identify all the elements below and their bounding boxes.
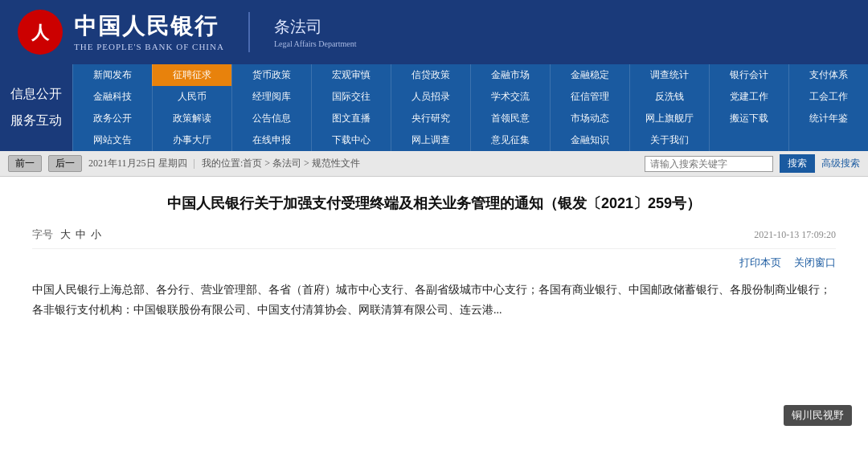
logo-area: 人 中国人民银行 THE PEOPLE'S BANK OF CHINA 条法司 … — [16, 8, 356, 56]
nav-item-empty2 — [788, 129, 868, 151]
nav-item-统计年[interactable]: 统计年鉴 — [788, 108, 868, 129]
nav-item-搬运[interactable]: 搬运下载 — [709, 108, 788, 129]
nav-item-金融稳定[interactable]: 金融稳定 — [550, 64, 629, 86]
nav-item-empty1 — [709, 129, 788, 151]
dept-name-english: Legal Affairs Department — [274, 39, 357, 48]
next-button[interactable]: 后一 — [48, 155, 82, 172]
nav-item-征聘[interactable]: 征聘征求 — [152, 64, 231, 86]
bank-name-english: THE PEOPLE'S BANK OF CHINA — [74, 42, 224, 51]
article-date: 2021-10-13 17:09:20 — [754, 229, 836, 241]
nav-left-panel: 信息公开 服务互动 — [0, 64, 72, 151]
nav-bar: 信息公开 服务互动 新闻发布 征聘征求 货币政策 宏观审慎 信贷政策 金融市场 … — [0, 64, 868, 151]
nav-item-金融科技[interactable]: 金融科技 — [72, 86, 152, 108]
header-text-block: 中国人民银行 THE PEOPLE'S BANK OF CHINA — [74, 13, 224, 51]
nav-item-人员[interactable]: 人员招录 — [391, 86, 470, 108]
nav-item-宏观[interactable]: 宏观审慎 — [311, 64, 391, 86]
advanced-search-link[interactable]: 高级搜索 — [821, 157, 860, 170]
font-size-medium[interactable]: 中 — [76, 227, 86, 242]
nav-item-征信[interactable]: 征信管理 — [550, 86, 629, 108]
nav-info-public[interactable]: 信息公开 — [1, 81, 72, 108]
article-meta: 字号 大 中 小 2021-10-13 17:09:20 — [32, 227, 836, 249]
nav-item-关于[interactable]: 关于我们 — [629, 129, 709, 151]
toolbar: 前一 后一 2021年11月25日 星期四 | 我的位置:首页 > 条法司 > … — [0, 151, 868, 177]
nav-item-政务[interactable]: 政务公开 — [72, 108, 152, 129]
nav-item-调查统计[interactable]: 调查统计 — [629, 64, 709, 86]
toolbar-separator: | — [194, 158, 195, 170]
nav-item-在线[interactable]: 在线申报 — [231, 129, 311, 151]
nav-item-news[interactable]: 新闻发布 — [72, 64, 152, 86]
nav-item-公告[interactable]: 公告信息 — [231, 108, 311, 129]
nav-service-interact[interactable]: 服务互动 — [1, 108, 72, 134]
nav-item-货币[interactable]: 货币政策 — [231, 64, 311, 86]
bank-name-chinese: 中国人民银行 — [74, 13, 224, 40]
toolbar-date: 2021年11月25日 星期四 — [88, 157, 187, 170]
prev-button[interactable]: 前一 — [8, 155, 42, 172]
dept-name-chinese: 条法司 — [274, 16, 357, 38]
font-size-large[interactable]: 大 — [60, 227, 71, 242]
svg-text:人: 人 — [31, 22, 50, 43]
main-content: 中国人民银行关于加强支付受理终端及相关业务管理的通知（银发〔2021〕259号）… — [0, 177, 868, 336]
nav-item-首领[interactable]: 首领民意 — [470, 108, 550, 129]
breadcrumb: 我的位置:首页 > 条法司 > 规范性文件 — [202, 157, 360, 170]
watermark: 铜川民视野 — [784, 405, 852, 426]
nav-item-经理[interactable]: 经理阅库 — [231, 86, 311, 108]
nav-grid: 新闻发布 征聘征求 货币政策 宏观审慎 信贷政策 金融市场 金融稳定 调查统计 … — [72, 64, 868, 151]
article-title: 中国人民银行关于加强支付受理终端及相关业务管理的通知（银发〔2021〕259号） — [32, 193, 836, 215]
nav-item-网站[interactable]: 网站文告 — [72, 129, 152, 151]
article-actions: 打印本页 关闭窗口 — [32, 256, 836, 270]
nav-item-国际[interactable]: 国际交往 — [311, 86, 391, 108]
nav-item-反洗钱[interactable]: 反洗钱 — [629, 86, 709, 108]
nav-item-政策解读[interactable]: 政策解读 — [152, 108, 231, 129]
search-input[interactable] — [645, 156, 773, 172]
nav-item-人民币[interactable]: 人民币 — [152, 86, 231, 108]
header-divider — [248, 12, 250, 52]
search-button[interactable]: 搜索 — [780, 154, 815, 173]
nav-item-银行会计[interactable]: 银行会计 — [709, 64, 788, 86]
nav-item-办事[interactable]: 办事大厅 — [152, 129, 231, 151]
site-header: 人 中国人民银行 THE PEOPLE'S BANK OF CHINA 条法司 … — [0, 0, 868, 64]
nav-item-信贷[interactable]: 信贷政策 — [391, 64, 470, 86]
nav-item-学术[interactable]: 学术交流 — [470, 86, 550, 108]
nav-item-网上调查[interactable]: 网上调查 — [391, 129, 470, 151]
nav-item-金融市场[interactable]: 金融市场 — [470, 64, 550, 86]
nav-item-金融知识[interactable]: 金融知识 — [550, 129, 629, 151]
font-size-label: 字号 — [32, 227, 53, 242]
nav-item-党建[interactable]: 党建工作 — [709, 86, 788, 108]
nav-item-央行研究[interactable]: 央行研究 — [391, 108, 470, 129]
nav-item-工会[interactable]: 工会工作 — [788, 86, 868, 108]
print-link[interactable]: 打印本页 — [739, 256, 781, 270]
nav-item-支付体系[interactable]: 支付体系 — [788, 64, 868, 86]
nav-item-网上旗[interactable]: 网上旗舰厅 — [629, 108, 709, 129]
nav-item-意见[interactable]: 意见征集 — [470, 129, 550, 151]
bank-logo-icon: 人 — [16, 8, 64, 56]
font-size-small[interactable]: 小 — [91, 227, 101, 242]
nav-item-下载[interactable]: 下载中心 — [311, 129, 391, 151]
nav-item-市场[interactable]: 市场动态 — [550, 108, 629, 129]
article-body: 中国人民银行上海总部、各分行、营业管理部、各省（首府）城市中心支行、各副省级城市… — [32, 280, 836, 320]
close-link[interactable]: 关闭窗口 — [794, 256, 836, 270]
nav-item-图文[interactable]: 图文直播 — [311, 108, 391, 129]
dept-info: 条法司 Legal Affairs Department — [274, 16, 357, 48]
